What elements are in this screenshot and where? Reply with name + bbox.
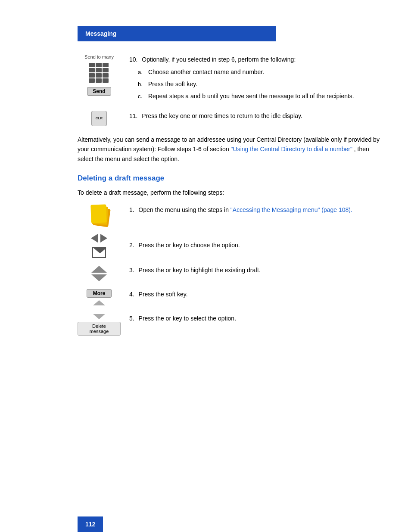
substep-a-text: Choose another contact name and number. [148,68,264,75]
alt-para: Alternatively, you can send a message to… [78,135,385,164]
substep-a: a. Choose another contact name and numbe… [138,68,385,77]
substep-c: c. Repeat steps a and b until you have s… [138,92,385,101]
step-s2-1-link[interactable]: "Accessing the Messaging menu" (page 108… [230,206,352,213]
arrow-up-icon [91,266,107,273]
keypad-icon [89,63,109,84]
step-s2-5-row: Delete message 5. Press the or key to se… [78,313,385,336]
step-10-text1: Optionally, if you selected [142,56,210,63]
step-11-row: CLR 11. Press the key one or more times … [78,111,385,126]
step-10-row: Send to many Send [78,54,385,104]
delete-message-button-image: Delete message [78,322,121,336]
arrow-down-icon [91,274,107,281]
step-s2-3-text: 3. Press the or key to highlight the exi… [129,265,385,275]
arrow-down-small-icon [93,314,105,319]
envelope-icon [92,247,106,258]
k11 [96,78,102,83]
clr-key-icon: CLR [91,111,107,126]
nav-arrows-icon [91,234,107,243]
section2-heading: Deleting a draft message [78,174,385,183]
step-10-number: 10. [129,56,137,63]
arrow-left-icon [91,234,98,243]
k9 [103,73,109,78]
k6 [103,68,109,72]
arrow-up-small-icon [93,300,105,305]
step-s2-2-number: 2. [129,242,134,249]
k10 [89,78,95,83]
step-s2-5-icon: Delete message [78,313,121,336]
fp3 [90,204,106,223]
substep-c-label: c. [138,92,145,101]
header-title: Messaging [85,30,116,37]
k3 [103,63,109,67]
step-10-text: 10. Optionally, if you selected in step … [129,54,385,104]
substep-b-label: b. [138,80,145,89]
step-s2-5-main: Press the or key to select the option. [139,315,236,322]
step-s2-5-number: 5. [129,315,134,322]
step-s2-2-text: 2. Press the or key to choose the option… [129,240,385,250]
step-s2-1-link-text: "Accessing the Messaging menu" (page 108… [230,206,352,213]
step-10-intro: 10. Optionally, if you selected in step … [129,55,385,64]
substep-b-text: Press the soft key. [148,81,197,87]
step-s2-1-icon [78,205,121,225]
step-s2-3-number: 3. [129,267,134,274]
k1 [89,63,95,67]
substep-a-label: a. [138,68,145,77]
step-11-number: 11. [129,112,137,119]
messaging-folder-icon [89,205,109,225]
step-11-main-text: Press the key one or more times to retur… [142,112,302,119]
k5 [96,68,102,72]
step-s2-4-icon: More [78,289,121,306]
k2 [96,63,102,67]
para-link-text: "Using the Central Directory to dial a n… [231,146,352,152]
step-10-substeps: a. Choose another contact name and numbe… [138,68,385,101]
k8 [96,73,102,78]
step-s2-2-main: Press the or key to choose the option. [139,242,240,249]
step-s2-4-main: Press the soft key. [139,291,188,298]
step-10-text2: in step 6, perform the following: [212,56,296,63]
step-s2-1-number: 1. [129,206,134,213]
substep-b: b. Press the soft key. [138,80,385,89]
svg-marker-0 [93,248,107,253]
step-s2-1-main: Open the menu using the steps in [139,206,230,213]
main-content: Send to many Send [78,54,385,336]
send-to-many-label: Send to many [84,54,114,59]
k4 [89,68,95,72]
step-s2-4-text: 4. Press the soft key. [129,289,385,299]
para-link[interactable]: "Using the Central Directory to dial a n… [231,146,354,152]
k7 [89,73,95,78]
step-s2-1-row: 1. Open the menu using the steps in "Acc… [78,205,385,225]
page-container: Messaging Send to many [0,26,411,532]
k12 [103,78,109,83]
send-button-image: Send [87,87,111,96]
step-s2-3-row: 3. Press the or key to highlight the exi… [78,265,385,282]
step-s2-4-number: 4. [129,291,134,298]
page-footer: 112 [78,516,103,532]
envelope-svg [93,248,107,259]
arrow-right-icon [100,234,107,243]
step-s2-5-text: 5. Press the or key to select the option… [129,313,385,323]
step-11-icon: CLR [78,111,121,126]
step-s2-2-icon [78,232,121,258]
step-s2-3-main: Press the or key to highlight the existi… [139,267,261,274]
step-s2-3-icon [78,265,121,282]
section2-intro: To delete a draft message, perform the f… [78,188,385,197]
substep-c-text: Repeat steps a and b until you have sent… [148,93,354,100]
page-number: 112 [78,516,103,532]
header-bar: Messaging [78,26,276,41]
step-s2-4-row: More 4. Press the soft key. [78,289,385,306]
more-button-image: More [87,289,112,298]
step-s2-2-row: 2. Press the or key to choose the option… [78,232,385,258]
step-s2-1-text: 1. Open the menu using the steps in "Acc… [129,205,385,215]
step-11-text: 11. Press the key one or more times to r… [129,111,385,121]
step-10-icon: Send to many Send [78,54,121,96]
